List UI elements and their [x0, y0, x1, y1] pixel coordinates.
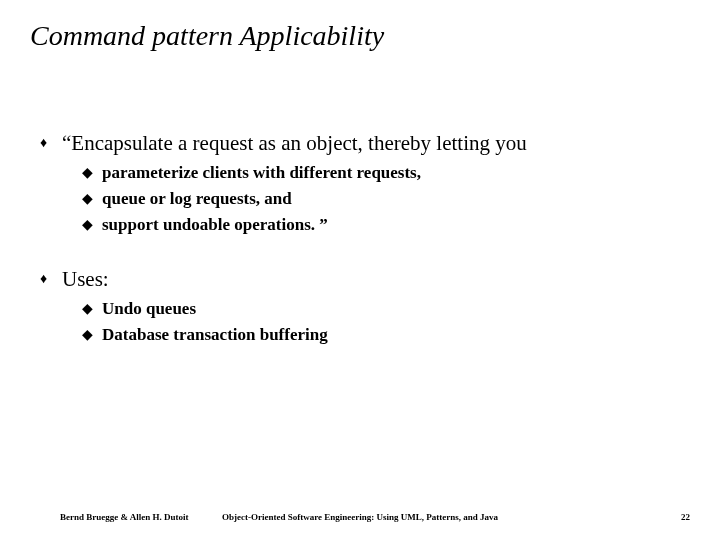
list-item: ◆ Database transaction buffering	[82, 324, 680, 346]
list-item: ◆ parameterize clients with different re…	[82, 162, 680, 184]
list-item: ◆ Undo queues	[82, 298, 680, 320]
list-item: ◆ queue or log requests, and	[82, 188, 680, 210]
slide-body: ♦ “Encapsulate a request as an object, t…	[40, 130, 680, 376]
diamond-icon: ♦	[40, 266, 62, 292]
slide: Command pattern Applicability ♦ “Encapsu…	[0, 0, 720, 540]
page-number: 22	[681, 512, 690, 522]
sublist: ◆ parameterize clients with different re…	[82, 162, 680, 236]
diamond-icon: ◆	[82, 298, 102, 320]
l2-text: Undo queues	[102, 298, 196, 320]
l1-text: Uses:	[62, 266, 109, 292]
diamond-icon: ◆	[82, 214, 102, 236]
l1-text: “Encapsulate a request as an object, the…	[62, 130, 527, 156]
diamond-icon: ◆	[82, 324, 102, 346]
slide-title: Command pattern Applicability	[30, 20, 384, 52]
sublist: ◆ Undo queues ◆ Database transaction buf…	[82, 298, 680, 346]
list-item: ◆ support undoable operations. ”	[82, 214, 680, 236]
diamond-icon: ◆	[82, 188, 102, 210]
footer-title: Object-Oriented Software Engineering: Us…	[0, 512, 720, 522]
l2-text: support undoable operations. ”	[102, 214, 328, 236]
diamond-icon: ◆	[82, 162, 102, 184]
list-item: ♦ “Encapsulate a request as an object, t…	[40, 130, 680, 156]
l2-text: Database transaction buffering	[102, 324, 328, 346]
l2-text: queue or log requests, and	[102, 188, 292, 210]
list-item: ♦ Uses:	[40, 266, 680, 292]
diamond-icon: ♦	[40, 130, 62, 156]
l2-text: parameterize clients with different requ…	[102, 162, 421, 184]
